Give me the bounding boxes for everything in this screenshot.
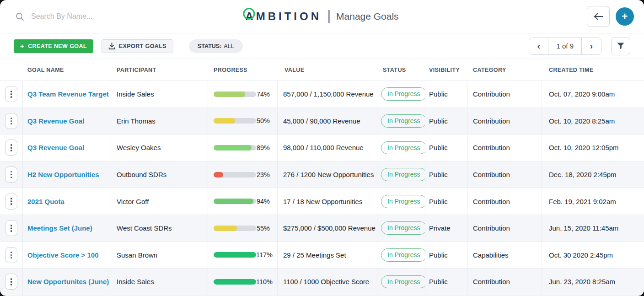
export-goals-button[interactable]: EXPORT GOALS <box>102 39 173 53</box>
row-menu-cell <box>0 108 23 135</box>
progress-bar <box>214 172 256 178</box>
progress-cell: 74% <box>208 81 278 108</box>
row-menu-button[interactable] <box>5 113 17 129</box>
goal-name-link[interactable]: 2021 Quota <box>27 198 64 205</box>
search-input[interactable] <box>30 12 145 21</box>
category-cell: Contribution <box>467 188 542 215</box>
goal-name-link[interactable]: New Opportunites (June) <box>27 278 109 285</box>
row-menu-cell <box>0 269 23 295</box>
filter-button[interactable] <box>611 37 630 55</box>
progress-cell: 110% <box>208 269 278 295</box>
row-menu-button[interactable] <box>5 274 17 290</box>
goal-name-link[interactable]: Q3 Team Revenue Target <box>27 90 109 98</box>
row-menu-button[interactable] <box>5 247 17 263</box>
status-cell: In Progress <box>377 135 425 161</box>
created-time-cell: Oct. 10, 2020 8:25am <box>542 108 644 135</box>
top-bar: AMBITION Manage Goals + <box>0 0 644 33</box>
kebab-icon <box>11 252 12 253</box>
goal-name-cell: H2 New Opportunities <box>23 161 111 188</box>
participant-cell: Susan Brown <box>111 242 208 269</box>
visibility-cell: Public <box>425 135 467 161</box>
chevron-left-icon: ‹ <box>537 41 540 51</box>
table-header: GOAL NAME PARTICIPANT PROGRESS VALUE STA… <box>0 59 644 81</box>
plus-icon: + <box>20 43 24 49</box>
status-filter-label: STATUS: <box>198 43 221 49</box>
row-menu-cell <box>0 81 23 108</box>
visibility-cell: Public <box>425 242 467 269</box>
table-row: Q3 Team Revenue Target Inside Sales 74% … <box>0 81 644 108</box>
back-button[interactable] <box>587 6 610 27</box>
goal-name-link[interactable]: Meetings Set (June) <box>27 224 92 232</box>
progress-percent-label: 94% <box>257 198 270 205</box>
column-header-status: STATUS <box>377 67 425 73</box>
status-badge: In Progress <box>381 195 425 208</box>
goal-name-cell: New Opportunites (June) <box>23 269 111 295</box>
progress-cell: 94% <box>208 188 278 215</box>
kebab-icon <box>11 91 12 92</box>
progress-bar-fill <box>214 252 256 258</box>
goal-name-cell: 2021 Quota <box>23 188 111 215</box>
create-new-goal-button[interactable]: + CREATE NEW GOAL <box>14 39 93 53</box>
next-page-button[interactable]: › <box>582 38 601 54</box>
progress-bar-fill <box>214 199 253 204</box>
toolbar: + CREATE NEW GOAL EXPORT GOALS STATUS: A… <box>0 33 644 59</box>
goal-name-cell: Meetings Set (June) <box>23 215 111 242</box>
prev-page-button[interactable]: ‹ <box>529 38 548 54</box>
table-row: Q3 Revenue Goal Erin Thomas 50% 45,000 /… <box>0 108 644 135</box>
row-menu-button[interactable] <box>5 86 17 102</box>
goal-name-cell: Q3 Team Revenue Target <box>23 81 111 108</box>
created-time-cell: Jun. 23, 2020 8:25am <box>542 269 644 295</box>
kebab-icon <box>11 198 12 199</box>
row-menu-button[interactable] <box>5 167 17 183</box>
table-body: Q3 Team Revenue Target Inside Sales 74% … <box>0 81 644 296</box>
progress-cell: 23% <box>208 161 278 188</box>
created-time-cell: Oct. 30 2020 2:45pm <box>542 242 644 269</box>
status-cell: In Progress <box>377 108 425 135</box>
goal-name-link[interactable]: H2 New Opportunities <box>27 171 99 178</box>
status-badge: In Progress <box>381 168 425 181</box>
goal-name-link[interactable]: Q3 Revenue Goal <box>27 117 84 125</box>
value-cell: $275,000 / $500,000 Revenue <box>278 215 377 242</box>
progress-percent-label: 55% <box>257 225 270 232</box>
funnel-icon <box>617 42 625 50</box>
search-box <box>16 12 162 21</box>
progress-cell: 117% <box>208 242 278 269</box>
column-header-goal-name: GOAL NAME <box>23 67 111 73</box>
created-time-cell: Jun. 15, 2020 11:45am <box>542 215 644 242</box>
category-cell: Contribution <box>467 215 542 242</box>
participant-cell: Outbound SDRs <box>111 161 208 188</box>
visibility-cell: Public <box>425 269 467 295</box>
add-button[interactable]: + <box>616 7 634 26</box>
progress-percent-label: 23% <box>257 171 270 178</box>
progress-percent-label: 74% <box>257 91 270 98</box>
category-cell: Capabilities <box>467 242 542 269</box>
download-icon <box>108 43 115 49</box>
row-menu-cell <box>0 242 23 269</box>
goal-name-link[interactable]: Objective Score > 100 <box>27 251 99 259</box>
row-menu-button[interactable] <box>5 140 17 156</box>
progress-bar-fill <box>214 145 252 151</box>
kebab-icon <box>11 278 12 280</box>
participant-cell: Wesley Oakes <box>111 135 208 161</box>
progress-cell: 55% <box>208 215 278 242</box>
table-row: New Opportunites (June) Inside Sales 110… <box>0 269 644 296</box>
value-cell: 17 / 18 New Opportunities <box>278 188 377 215</box>
kebab-icon <box>11 225 12 226</box>
row-menu-button[interactable] <box>5 220 17 236</box>
table-row: Q3 Revenue Goal Wesley Oakes 89% 98,000 … <box>0 135 644 161</box>
progress-cell: 89% <box>208 135 278 161</box>
progress-cell: 50% <box>208 108 278 135</box>
status-filter-value: ALL <box>224 43 234 49</box>
goal-name-link[interactable]: Q3 Revenue Goal <box>27 144 84 151</box>
participant-cell: Victor Goff <box>111 188 208 215</box>
progress-bar-fill <box>214 172 223 178</box>
status-badge: In Progress <box>381 248 425 262</box>
row-menu-button[interactable] <box>5 194 17 210</box>
row-menu-cell <box>0 188 23 215</box>
row-menu-cell <box>0 215 23 242</box>
participant-cell: West Coast SDRs <box>111 215 208 242</box>
create-new-goal-label: CREATE NEW GOAL <box>28 43 87 49</box>
status-cell: In Progress <box>377 161 425 188</box>
column-header-value: VALUE <box>278 67 377 73</box>
status-filter-chip[interactable]: STATUS: ALL <box>189 39 243 53</box>
